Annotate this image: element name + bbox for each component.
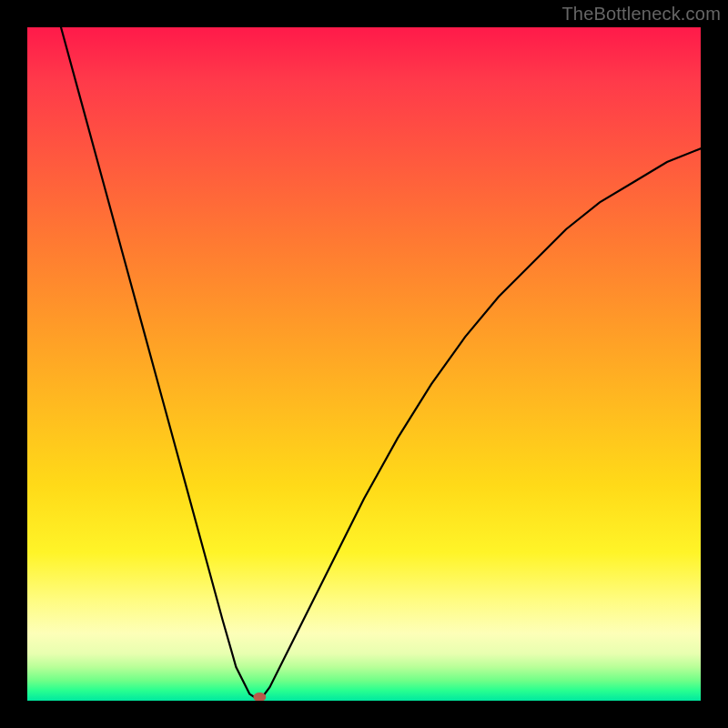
watermark-text: TheBottleneck.com: [561, 4, 721, 25]
curve-layer: [27, 27, 701, 701]
chart-frame: TheBottleneck.com: [0, 0, 728, 728]
bottleneck-curve: [61, 27, 701, 701]
plot-area: [27, 27, 701, 701]
